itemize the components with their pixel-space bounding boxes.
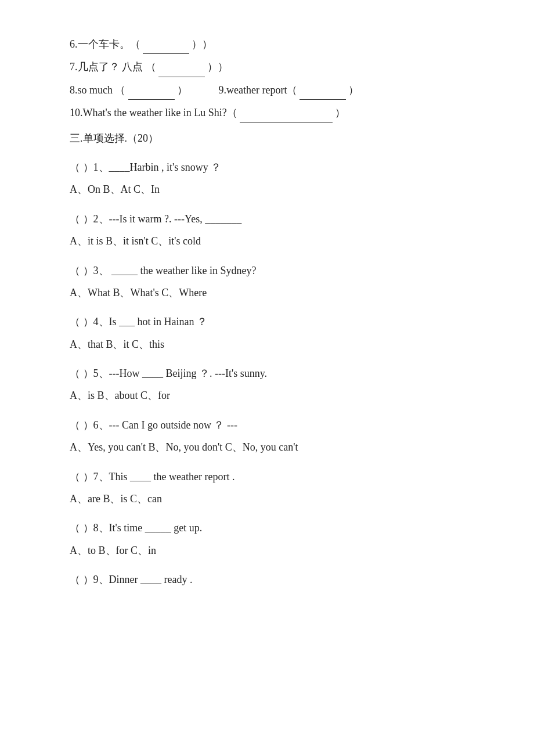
q3-opts: A、What B、What's C、Where xyxy=(70,287,207,298)
mc-question-4: （ ）4、Is ___ hot in Hainan ？ xyxy=(70,312,488,331)
q2-opts: A、it is B、it isn't C、it's cold xyxy=(70,235,201,247)
q10-text: 10.What's the weather like in Lu Shi?（ xyxy=(70,103,237,122)
q9mc-stem: （ ）9、Dinner ____ ready . xyxy=(70,570,488,589)
q9-text: 9.weather report（ xyxy=(219,81,298,99)
mc-options-3: A、What B、What's C、Where xyxy=(70,283,488,302)
q6-text: 6.一个车卡。（ xyxy=(70,35,140,53)
question-7: 7.几点了？ 八点 （ ） ） xyxy=(70,57,488,77)
question-8-9: 8.so much （ ） 9.weather report（ ） xyxy=(70,81,488,100)
q8-opts: A、to B、for C、in xyxy=(70,545,156,556)
mc-question-1: （ ）1、____Harbin , it's snowy ？ xyxy=(70,158,488,177)
q5-opts: A、is B、about C、for xyxy=(70,390,170,401)
q5-stem: （ ）5、---How ____ Beijing ？. ---It's sunn… xyxy=(70,364,488,383)
mc-options-4: A、that B、it C、this xyxy=(70,335,488,354)
mc-question-5: （ ）5、---How ____ Beijing ？. ---It's sunn… xyxy=(70,364,488,383)
q2-stem: （ ）2、---Is it warm ?. ---Yes, _______ xyxy=(70,210,488,228)
q7-opts: A、are B、is C、can xyxy=(70,493,162,505)
q9-blank xyxy=(300,81,346,100)
mc-options-1: A、On B、At C、In xyxy=(70,180,488,199)
q7mc-stem: （ ）7、This ____ the weather report . xyxy=(70,467,488,486)
q7-text: 7.几点了？ 八点 （ xyxy=(70,57,156,76)
q8mc-stem: （ ）8、It's time _____ get up. xyxy=(70,519,488,537)
mc-question-8: （ ）8、It's time _____ get up. xyxy=(70,519,488,537)
q8-blank xyxy=(128,81,175,100)
q4-opts: A、that B、it C、this xyxy=(70,339,164,350)
q3-stem: （ ）3、 _____ the weather like in Sydney? xyxy=(70,261,488,280)
q10-blank xyxy=(240,103,333,123)
q6mc-stem: （ ）6、--- Can I go outside now ？ --- xyxy=(70,416,488,434)
q1-opts: A、On B、At C、In xyxy=(70,183,160,195)
q8-text: 8.so much （ xyxy=(70,81,126,99)
mc-options-6: A、Yes, you can't B、No, you don't C、No, y… xyxy=(70,438,488,456)
q7-blank xyxy=(158,57,205,77)
mc-question-7: （ ）7、This ____ the weather report . xyxy=(70,467,488,486)
mc-options-8: A、to B、for C、in xyxy=(70,541,488,560)
q4-stem: （ ）4、Is ___ hot in Hainan ？ xyxy=(70,312,488,331)
mc-question-6: （ ）6、--- Can I go outside now ？ --- xyxy=(70,416,488,434)
q6-blank xyxy=(143,35,189,54)
q6-opts: A、Yes, you can't B、No, you don't C、No, y… xyxy=(70,441,298,453)
mc-options-7: A、are B、is C、can xyxy=(70,489,488,508)
mc-question-2: （ ）2、---Is it warm ?. ---Yes, _______ xyxy=(70,210,488,228)
question-10: 10.What's the weather like in Lu Shi?（ ） xyxy=(70,103,488,123)
section-3-title: 三.单项选择.（20） xyxy=(70,129,488,147)
mc-options-5: A、is B、about C、for xyxy=(70,386,488,405)
mc-options-2: A、it is B、it isn't C、it's cold xyxy=(70,232,488,250)
question-6: 6.一个车卡。（ ） ） xyxy=(70,35,488,54)
mc-question-9: （ ）9、Dinner ____ ready . xyxy=(70,570,488,589)
mc-question-3: （ ）3、 _____ the weather like in Sydney? xyxy=(70,261,488,280)
q1-stem: （ ）1、____Harbin , it's snowy ？ xyxy=(70,158,488,177)
